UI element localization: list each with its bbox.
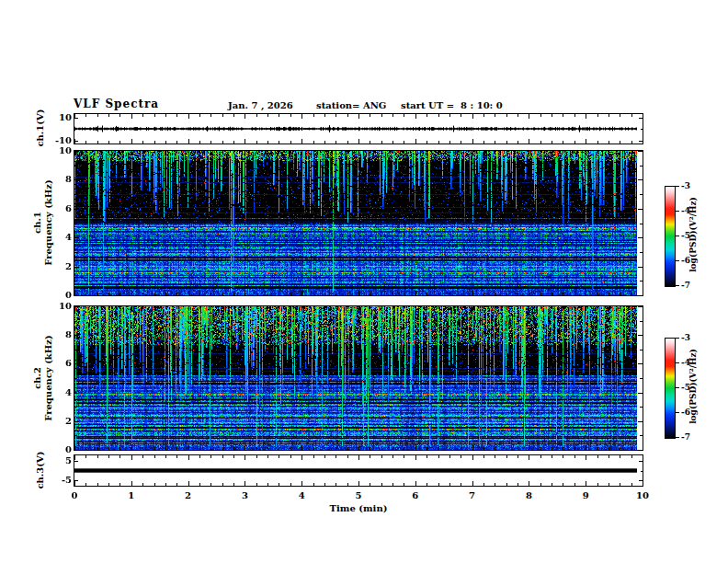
colorbar-tick-label: -3: [681, 181, 690, 190]
time-axis-label: Time (min): [299, 503, 418, 513]
colorbar-tick: [676, 362, 679, 363]
x-tick-label: 7: [459, 490, 486, 501]
y-tick-label: 10: [48, 301, 72, 312]
colorbar-tick: [676, 285, 679, 286]
y-tick-label: 0: [48, 444, 72, 455]
x-tick-label: 4: [288, 490, 315, 501]
ch1-volt-axis-label: ch.1(V): [35, 100, 46, 155]
colorbar-tick-label: -6: [681, 256, 690, 265]
y-tick-label: 4: [48, 232, 72, 243]
ch1-waveform-plot: [74, 113, 643, 144]
ch3-volt-axis-label: ch.3(V): [35, 442, 46, 498]
y-tick-label: 8: [48, 174, 72, 185]
colorbar-tick: [676, 412, 679, 413]
ch2-spectrogram-plot: [74, 305, 643, 451]
y-tick-label: 4: [48, 387, 72, 398]
y-tick-label: 10: [48, 112, 72, 123]
y-tick-label: 6: [48, 203, 72, 214]
x-tick-label: 6: [402, 490, 429, 501]
colorbar-tick: [676, 211, 679, 212]
y-tick-label: 2: [48, 416, 72, 427]
y-tick-label: 2: [48, 261, 72, 272]
x-tick-label: 3: [231, 490, 258, 501]
header-date: Jan. 7 , 2026: [228, 100, 293, 110]
colorbar-ch2: [665, 338, 676, 439]
colorbar-tick-label: -5: [681, 383, 690, 392]
ch1-frequency-axis-label-line1: ch.1: [32, 163, 43, 282]
colorbar-tick: [676, 437, 679, 438]
x-tick-label: 1: [118, 490, 145, 501]
colorbar-tick-label: -7: [681, 281, 690, 290]
header-start-ut: start UT = 8 : 10: 0: [401, 100, 503, 110]
colorbar-tick: [676, 236, 679, 236]
colorbar-tick-label: -4: [681, 206, 690, 215]
ch2-frequency-axis-label-line1: ch.2: [32, 318, 43, 438]
y-tick-label: 6: [48, 358, 72, 369]
x-tick-label: 9: [572, 490, 599, 501]
x-tick-label: 5: [345, 490, 372, 501]
x-tick-label: 10: [629, 490, 656, 501]
colorbar-tick-label: -3: [681, 333, 690, 342]
figure-title: VLF Spectra: [74, 98, 159, 110]
x-tick-label: 0: [61, 490, 88, 501]
colorbar-tick: [676, 387, 679, 388]
colorbar-tick-label: -7: [681, 432, 690, 442]
colorbar-tick-label: -4: [681, 358, 690, 367]
y-tick-label: -5: [48, 475, 72, 486]
colorbar-ch1: [665, 186, 676, 287]
y-tick-label: 10: [48, 145, 72, 156]
y-tick-label: 0: [48, 290, 72, 301]
colorbar-tick: [676, 260, 679, 261]
vlf-spectra-figure: VLF Spectra Jan. 7 , 2026 station= ANG s…: [0, 0, 728, 563]
colorbar-tick: [676, 186, 679, 187]
y-tick-label: 8: [48, 329, 72, 340]
ch3-waveform-plot: [74, 454, 643, 487]
colorbar-tick-label: -5: [681, 231, 690, 240]
ch1-spectrogram-plot: [74, 150, 643, 296]
colorbar-tick: [676, 338, 679, 339]
header-station: station= ANG: [316, 100, 386, 110]
colorbar-tick-label: -6: [681, 408, 690, 417]
y-tick-label: -10: [48, 135, 72, 146]
x-tick-label: 8: [515, 490, 542, 501]
x-tick-label: 2: [175, 490, 202, 501]
y-tick-label: 5: [48, 455, 72, 466]
